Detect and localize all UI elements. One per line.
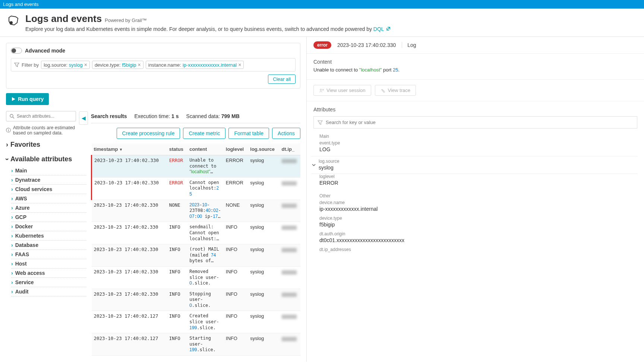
chevron-down-icon: ›: [3, 158, 11, 161]
favorites-section[interactable]: › Favorites: [6, 141, 86, 149]
filter-bar[interactable]: Filter by log.source: syslog× device.typ…: [11, 58, 296, 72]
chevron-right-icon: ›: [11, 261, 13, 267]
table-row[interactable]: 2023-10-23 17:40:02.330INFOStopping user…: [92, 289, 301, 311]
attr-loglevel[interactable]: ERROR: [313, 179, 637, 190]
cell-logsource: syslog: [248, 244, 279, 267]
attribute-group-azure[interactable]: ›Azure: [11, 203, 86, 213]
attr-group-main: Main: [313, 134, 637, 139]
query-panel: Advanced mode Filter by log.source: sysl…: [6, 43, 300, 89]
actions-button[interactable]: Actions: [272, 128, 300, 139]
attribute-search-input[interactable]: [313, 116, 637, 128]
svg-point-1: [10, 114, 13, 117]
cell-status: ERROR: [167, 177, 187, 200]
filter-chip-logsource[interactable]: log.source: syslog×: [41, 61, 90, 69]
table-row[interactable]: 2023-10-23 17:40:02.330INFO(root) MAIL (…: [92, 244, 301, 267]
search-attributes-input[interactable]: [6, 111, 76, 121]
attributes-label: Attributes: [313, 107, 637, 112]
attribute-group-faas[interactable]: ›FAAS: [11, 250, 86, 259]
cell-status: NONE: [167, 200, 187, 222]
cell-content: Removed slice user-0.slice.: [187, 266, 224, 289]
chip-close-icon[interactable]: ×: [138, 62, 141, 68]
chevron-right-icon: ›: [11, 205, 13, 211]
cell-status: INFO: [167, 222, 187, 244]
column-loglevel[interactable]: loglevel: [224, 143, 248, 155]
table-row[interactable]: 2023-10-23 17:40:02.330INFOsendmail: Can…: [92, 222, 301, 244]
table-row[interactable]: 2023-10-23 17:40:02.330INFORemoved slice…: [92, 266, 301, 289]
create-metric-button[interactable]: Create metric: [183, 128, 225, 139]
attribute-group-gcp[interactable]: ›GCP: [11, 213, 86, 222]
attribute-group-docker[interactable]: ›Docker: [11, 222, 86, 231]
attribute-group-dynatrace[interactable]: ›Dynatrace: [11, 175, 86, 185]
external-link-icon: [386, 26, 391, 31]
cell-timestamp: 2023-10-23 17:40:02.330: [92, 222, 167, 244]
available-attributes-section[interactable]: › Available attributes: [6, 155, 86, 163]
attribute-group-audit[interactable]: ›Audit: [11, 287, 86, 296]
play-icon: [11, 97, 16, 101]
page-header: Logs and events Powered by Grail™ Explor…: [0, 9, 644, 37]
chevron-right-icon: ›: [6, 141, 8, 149]
cell-status: INFO: [167, 333, 187, 356]
attribute-group-host[interactable]: ›Host: [11, 259, 86, 269]
results-table: timestamp▼statuscontentloglevellog.sourc…: [91, 143, 300, 356]
attribute-group-main[interactable]: ›Main: [11, 166, 86, 175]
attribute-group-database[interactable]: ›Database: [11, 241, 86, 250]
chevron-right-icon: ›: [11, 196, 13, 201]
page-title: Logs and events: [25, 13, 102, 24]
table-row[interactable]: 2023-10-23 17:40:02.330ERRORUnable to co…: [92, 155, 301, 178]
cell-timestamp: 2023-10-23 17:40:02.330: [92, 155, 167, 178]
cell-loglevel: INFO: [224, 289, 248, 311]
log-content: Unable to connect to "localhost" port 25…: [313, 67, 637, 73]
filter-chip-instancename[interactable]: instance.name: ip-xxxxxxxxxxxxx.internal…: [146, 61, 244, 69]
format-table-button[interactable]: Format table: [228, 128, 269, 139]
cell-ip: ▆▆▆▆: [280, 289, 300, 311]
attr-device-type[interactable]: f5bigip: [313, 221, 637, 231]
create-processing-rule-button[interactable]: Create processing rule: [117, 128, 180, 139]
cell-status: INFO: [167, 289, 187, 311]
chip-close-icon[interactable]: ×: [238, 62, 241, 68]
advanced-mode-toggle[interactable]: [11, 48, 22, 54]
cell-ip: ▆▆▆▆: [280, 155, 300, 178]
attr-dt-auth-origin[interactable]: dt0c01.xxxxxxxxxxxxxxxxxxxxxxxxxx: [313, 236, 637, 247]
table-row[interactable]: 2023-10-23 17:40:02.127INFOCreated slice…: [92, 311, 301, 333]
chevron-right-icon: ›: [11, 223, 13, 229]
column-dt-ip_[interactable]: dt.ip_: [280, 143, 300, 155]
attr-event-type[interactable]: LOG: [313, 146, 637, 156]
attr-device-name[interactable]: ip-xxxxxxxxxxxxx.internal: [313, 205, 637, 216]
dql-link[interactable]: DQL: [373, 26, 391, 32]
table-row[interactable]: 2023-10-23 17:40:02.330NONE2023-10-23T08…: [92, 200, 301, 222]
clear-all-button[interactable]: Clear all: [268, 74, 296, 84]
cell-ip: ▆▆▆▆: [280, 333, 300, 356]
attribute-group-kubernetes[interactable]: ›Kubernetes: [11, 231, 86, 241]
chip-close-icon[interactable]: ×: [84, 62, 87, 68]
attribute-group-service[interactable]: ›Service: [11, 278, 86, 287]
table-row[interactable]: 2023-10-23 17:40:02.330ERRORCannot open …: [92, 177, 301, 200]
run-query-button[interactable]: Run query: [6, 93, 49, 105]
column-content[interactable]: content: [187, 143, 224, 155]
attr-log-source-row[interactable]: log.source syslog: [311, 156, 637, 174]
cell-ip: ▆▆▆▆: [280, 177, 300, 200]
results-panel: Search results Execution time: 1 s Scann…: [91, 111, 300, 356]
cell-status: ERROR: [167, 155, 187, 178]
column-timestamp[interactable]: timestamp▼: [92, 143, 167, 155]
filter-chip-devicetype[interactable]: device.type: f5bigip×: [92, 61, 143, 69]
column-log-source[interactable]: log.source: [248, 143, 279, 155]
cell-timestamp: 2023-10-23 17:40:02.127: [92, 333, 167, 356]
collapse-sidebar-button[interactable]: ◀: [79, 111, 88, 125]
svg-point-0: [10, 21, 13, 24]
chevron-right-icon: ›: [11, 279, 13, 285]
column-status[interactable]: status: [167, 143, 187, 155]
chevron-right-icon: ›: [11, 214, 13, 220]
cell-status: INFO: [167, 311, 187, 333]
view-trace-button[interactable]: View trace: [375, 85, 416, 96]
cell-loglevel: NONE: [224, 200, 248, 222]
cell-loglevel: ERROR: [224, 155, 248, 178]
cell-content: Stopping user-0.slice.: [187, 289, 224, 311]
attribute-group-aws[interactable]: ›AWS: [11, 194, 86, 203]
cell-loglevel: INFO: [224, 311, 248, 333]
attribute-group-cloud-services[interactable]: ›Cloud services: [11, 185, 86, 194]
attributes-sidebar: ◀ ⓘ Attribute counts are estimated based…: [6, 111, 86, 356]
attribute-group-web-access[interactable]: ›Web access: [11, 269, 86, 278]
table-row[interactable]: 2023-10-23 17:40:02.127INFOStarting user…: [92, 333, 301, 356]
view-user-session-button[interactable]: View user session: [313, 85, 371, 96]
cell-status: INFO: [167, 266, 187, 289]
